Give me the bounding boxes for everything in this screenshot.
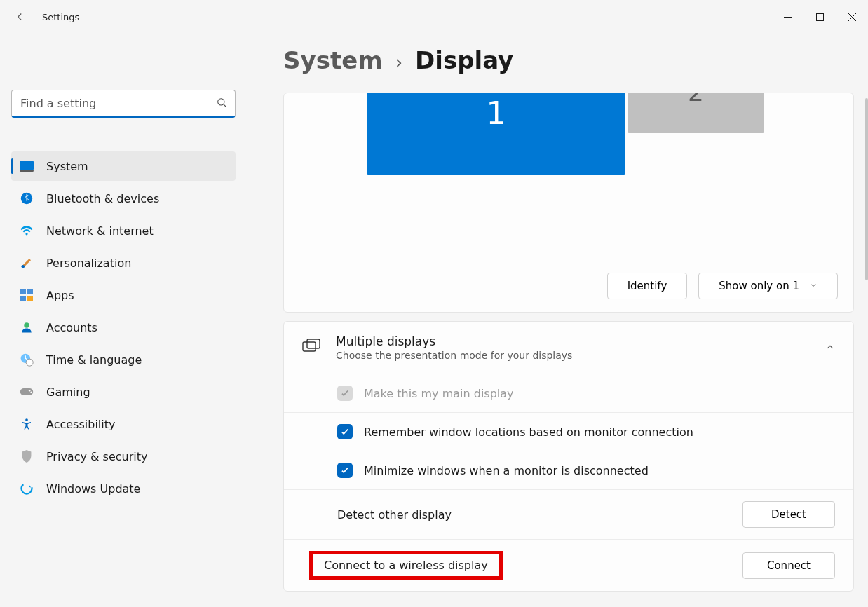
checkbox-minimize-windows[interactable]	[337, 463, 353, 478]
display-arrange-card: 1 2 Identify Show only on 1	[283, 93, 854, 313]
chevron-right-icon: ›	[395, 52, 402, 73]
svg-line-5	[224, 104, 226, 107]
card-title: Multiple displays	[336, 334, 572, 348]
row-detect-display: Detect other display Detect	[284, 489, 853, 539]
nav-label: Bluetooth & devices	[46, 192, 159, 205]
close-icon	[848, 13, 856, 21]
card-subtitle: Choose the presentation mode for your di…	[336, 350, 572, 361]
detect-button-label: Detect	[771, 508, 806, 521]
svg-rect-6	[20, 161, 34, 170]
svg-point-21	[25, 418, 28, 421]
svg-point-22	[22, 484, 32, 494]
chevron-down-icon	[809, 280, 818, 292]
remember-label: Remember window locations based on monit…	[364, 425, 693, 439]
nav-label: Windows Update	[46, 482, 140, 496]
window-controls	[771, 6, 868, 28]
svg-point-19	[29, 390, 31, 392]
monitor-2[interactable]: 2	[628, 93, 764, 133]
close-button[interactable]	[836, 6, 868, 28]
svg-rect-1	[816, 13, 823, 20]
card-header-text: Multiple displays Choose the presentatio…	[336, 334, 572, 361]
svg-point-20	[30, 392, 32, 394]
svg-point-10	[22, 265, 25, 268]
row-remember-locations[interactable]: Remember window locations based on monit…	[284, 412, 853, 451]
minimize-button[interactable]	[771, 6, 803, 28]
title-bar: Settings	[0, 0, 868, 34]
search-icon	[216, 97, 227, 111]
multiple-displays-header[interactable]: Multiple displays Choose the presentatio…	[284, 322, 853, 374]
nav-label: Network & internet	[46, 224, 154, 238]
maximize-button[interactable]	[803, 6, 836, 28]
row-wireless-display: Connect to a wireless display Connect	[284, 539, 853, 591]
chevron-up-icon	[825, 341, 835, 355]
breadcrumb-current: Display	[415, 46, 513, 74]
maximize-icon	[816, 13, 824, 21]
main-display-label: Make this my main display	[364, 387, 514, 400]
wireless-label: Connect to a wireless display	[324, 559, 488, 572]
arrow-left-icon	[13, 11, 26, 23]
search-wrap	[11, 90, 236, 118]
nav-item-accounts[interactable]: Accounts	[11, 313, 236, 342]
svg-rect-24	[307, 339, 320, 348]
nav-label: Accounts	[46, 321, 97, 334]
svg-rect-23	[303, 342, 316, 351]
row-minimize-windows[interactable]: Minimize windows when a monitor is disco…	[284, 451, 853, 489]
display-mode-dropdown[interactable]: Show only on 1	[698, 273, 838, 299]
clock-globe-icon	[20, 353, 34, 367]
bluetooth-icon	[20, 191, 34, 205]
display-actions: Identify Show only on 1	[284, 263, 853, 312]
accessibility-icon	[20, 417, 34, 431]
nav-item-privacy[interactable]: Privacy & security	[11, 442, 236, 471]
gamepad-icon	[20, 385, 34, 399]
svg-point-15	[24, 322, 29, 328]
multiple-displays-icon	[302, 339, 320, 357]
checkbox-main-display	[337, 386, 353, 401]
titlebar-left: Settings	[11, 8, 79, 25]
nav-label: Gaming	[46, 386, 90, 399]
nav-label: Accessibility	[46, 418, 115, 431]
display-arena[interactable]: 1 2	[284, 93, 853, 263]
monitor-1[interactable]: 1	[367, 93, 625, 175]
search-input[interactable]	[11, 90, 236, 118]
window-title: Settings	[42, 12, 79, 22]
connect-button[interactable]: Connect	[742, 552, 835, 579]
svg-point-4	[218, 99, 224, 105]
identify-label: Identify	[628, 280, 667, 292]
scrollbar[interactable]	[865, 98, 868, 280]
back-button[interactable]	[11, 8, 28, 25]
connect-button-label: Connect	[767, 559, 811, 572]
nav-item-network[interactable]: Network & internet	[11, 216, 236, 245]
svg-rect-14	[27, 296, 33, 301]
nav-label: Time & language	[46, 353, 142, 367]
detect-button[interactable]: Detect	[742, 501, 835, 528]
nav-item-system[interactable]: System	[11, 151, 236, 181]
svg-rect-13	[20, 296, 26, 301]
apps-icon	[20, 288, 34, 302]
breadcrumb-parent[interactable]: System	[283, 46, 383, 74]
svg-rect-12	[27, 289, 33, 294]
nav-item-windows-update[interactable]: Windows Update	[11, 474, 236, 503]
nav-label: Privacy & security	[46, 450, 147, 463]
minimize-icon	[784, 13, 792, 21]
nav-item-bluetooth[interactable]: Bluetooth & devices	[11, 184, 236, 213]
nav-item-gaming[interactable]: Gaming	[11, 377, 236, 407]
nav-list: System Bluetooth & devices Network & int…	[11, 151, 236, 503]
svg-point-9	[25, 233, 27, 235]
nav-item-time-language[interactable]: Time & language	[11, 345, 236, 374]
content-area: System › Display 1 2 Identify Show only …	[247, 34, 868, 607]
highlight-annotation: Connect to a wireless display	[309, 551, 503, 580]
nav-item-personalization[interactable]: Personalization	[11, 248, 236, 278]
update-icon	[20, 482, 34, 496]
checkbox-remember-locations[interactable]	[337, 424, 353, 439]
detect-label: Detect other display	[337, 508, 452, 521]
minimize-label: Minimize windows when a monitor is disco…	[364, 464, 649, 477]
identify-button[interactable]: Identify	[607, 273, 688, 299]
svg-rect-11	[20, 289, 26, 294]
nav-label: Apps	[46, 289, 74, 302]
nav-item-apps[interactable]: Apps	[11, 280, 236, 310]
display-mode-label: Show only on 1	[719, 280, 799, 292]
nav-label: Personalization	[46, 257, 131, 270]
nav-label: System	[46, 160, 88, 173]
breadcrumb: System › Display	[283, 46, 854, 74]
nav-item-accessibility[interactable]: Accessibility	[11, 409, 236, 439]
